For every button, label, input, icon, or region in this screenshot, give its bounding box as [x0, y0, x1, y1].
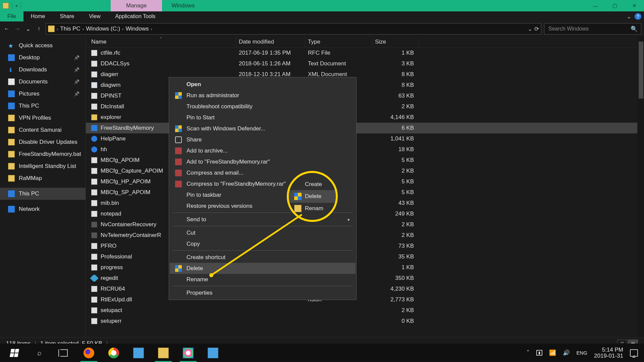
ribbon-collapse-icon[interactable]: ⌄ — [627, 13, 631, 20]
sidebar-item-network[interactable]: Network — [0, 203, 86, 215]
close-button[interactable]: ✕ — [625, 0, 644, 11]
address-dropdown-icon[interactable]: ⌄ — [528, 25, 532, 33]
battery-icon[interactable]: ▮ — [536, 350, 542, 356]
chevron-right-icon[interactable]: › — [122, 26, 123, 32]
help-icon[interactable]: ? — [635, 13, 641, 20]
column-date[interactable]: Date modified — [236, 36, 305, 47]
taskbar-photoviewer[interactable] — [126, 344, 151, 362]
ribbon-tab-apptools[interactable]: Application Tools — [108, 11, 163, 21]
separator — [172, 286, 353, 286]
table-row[interactable]: ctfile.rfc2017-06-19 1:35 PMRFC File1 KB — [86, 48, 644, 58]
ctxt-add-archive[interactable]: Add to archive... — [170, 145, 356, 156]
start-button[interactable] — [2, 344, 27, 362]
ctxt-rename[interactable]: Rename — [170, 274, 356, 285]
ctxt-pin-start[interactable]: Pin to Start — [170, 112, 356, 123]
language-indicator[interactable]: ENG — [577, 350, 588, 356]
breadcrumb-segment[interactable]: Windows (C:) — [86, 25, 120, 32]
file-size: 73 KB — [372, 243, 419, 249]
table-row[interactable]: setupact2 KB — [86, 305, 644, 316]
file-size: 1 KB — [372, 50, 419, 56]
table-row[interactable]: setuperr0 KB — [86, 316, 644, 326]
maximize-button[interactable]: ▢ — [605, 0, 625, 11]
chevron-right-icon[interactable]: › — [151, 26, 152, 32]
blank-icon — [175, 276, 182, 283]
search-input[interactable] — [548, 25, 629, 32]
action-center-icon[interactable] — [630, 349, 638, 357]
scrollbar-thumb[interactable] — [639, 42, 643, 99]
ctxt-cut[interactable]: Cut — [170, 227, 356, 238]
chevron-right-icon[interactable]: › — [83, 26, 84, 32]
breadcrumb-segment[interactable]: This PC — [60, 25, 80, 32]
taskbar-wordpad[interactable] — [201, 344, 225, 362]
sidebar-item-content-samurai[interactable]: Content Samurai — [0, 124, 86, 136]
taskbar-firefox[interactable] — [76, 344, 101, 362]
pictures-icon — [8, 90, 15, 97]
sidebar-item-intelligent[interactable]: Intelligent Standby List — [0, 160, 86, 172]
ctxt-create-shortcut[interactable]: Create shortcut — [170, 252, 356, 263]
ctxt-defender[interactable]: Scan with Windows Defender... — [170, 123, 356, 134]
volume-icon[interactable]: 🔊 — [563, 349, 570, 356]
column-name[interactable]: Name˄ — [89, 36, 236, 47]
address-bar[interactable]: › This PC › Windows (C:) › Windows › ⌄ ⟳ — [46, 23, 541, 35]
refresh-icon[interactable]: ⟳ — [534, 25, 539, 33]
file-name: setuperr — [101, 318, 121, 324]
qat-dropdown[interactable]: ▾ — [15, 3, 18, 8]
chevron-right-icon: ▸ — [348, 217, 350, 222]
share-icon — [175, 136, 182, 143]
sidebar-item-freestandby[interactable]: FreeStandbyMemory.bat — [0, 148, 86, 160]
taskbar-paint[interactable] — [176, 344, 201, 362]
ctxt-share[interactable]: Share — [170, 134, 356, 145]
file-type-icon — [91, 211, 97, 217]
sidebar-item-rammap[interactable]: RaMMap — [0, 172, 86, 184]
blank-icon — [175, 81, 182, 88]
sidebar-item-pictures[interactable]: Pictures — [0, 88, 86, 100]
file-name: MBCfg_Capture_APOIM — [101, 168, 163, 174]
sidebar-item-downloads[interactable]: ⬇Downloads — [0, 64, 86, 76]
search-box[interactable]: 🔍 — [544, 23, 641, 35]
taskbar-explorer[interactable] — [151, 344, 176, 362]
breadcrumb-segment[interactable]: Windows — [126, 25, 149, 32]
sidebar-item-this-pc-root[interactable]: This PC — [0, 188, 86, 200]
ribbon-tab-home[interactable]: Home — [23, 11, 53, 21]
sidebar-item-vpn[interactable]: VPN Profiles — [0, 112, 86, 124]
chevron-right-icon[interactable]: › — [57, 26, 58, 32]
file-type-icon — [91, 93, 97, 99]
ctxt-run-admin[interactable]: Run as administrator — [170, 90, 356, 101]
file-type-icon — [91, 297, 97, 303]
taskbar-chrome[interactable] — [101, 344, 126, 362]
sidebar-item-this-pc[interactable]: This PC — [0, 100, 86, 112]
column-size[interactable]: Size — [372, 36, 419, 47]
taskbar-taskview[interactable] — [52, 344, 76, 362]
sidebar-item-desktop[interactable]: Desktop — [0, 52, 86, 64]
tray-overflow-icon[interactable]: ˄ — [527, 349, 530, 356]
ctxt-copy[interactable]: Copy — [170, 238, 356, 249]
column-type[interactable]: Type — [305, 36, 372, 47]
sidebar-item-documents[interactable]: Documents — [0, 76, 86, 88]
search-icon[interactable]: 🔍 — [631, 25, 638, 33]
ribbon-tab-share[interactable]: Share — [52, 11, 82, 21]
ctxt-troubleshoot[interactable]: Troubleshoot compatibility — [170, 101, 356, 112]
wifi-icon[interactable]: 📶 — [549, 349, 556, 356]
file-type-icon — [91, 286, 97, 292]
ctxt-open[interactable]: Open — [170, 79, 356, 90]
minimize-button[interactable]: — — [586, 0, 605, 11]
clock[interactable]: 5:14 PM 2019-01-31 — [594, 347, 623, 359]
file-tab[interactable]: File — [0, 11, 23, 21]
recent-locations-dropdown[interactable]: ⌄ — [24, 25, 32, 33]
sidebar-item-quick-access[interactable]: ★Quick access — [0, 40, 86, 52]
forward-button[interactable]: → — [13, 25, 21, 33]
file-date: 2018-12-10 3:21 AM — [236, 71, 305, 78]
context-tab-manage[interactable]: Manage — [111, 0, 162, 11]
ctxt-delete[interactable]: Delete — [170, 263, 356, 274]
file-size: 1,041 KB — [372, 135, 419, 142]
ctxt-add-rar[interactable]: Add to "FreeStandbyMemory.rar" — [170, 156, 356, 167]
title-bar: ▾ Manage Windows — ▢ ✕ — [0, 0, 644, 11]
ribbon-tab-view[interactable]: View — [82, 11, 108, 21]
back-button[interactable]: ← — [3, 25, 11, 33]
scrollbar-track[interactable] — [637, 36, 644, 337]
up-button[interactable]: ↑ — [35, 25, 43, 33]
taskbar-search[interactable]: ⌕ — [27, 344, 52, 362]
sidebar-item-disable-driver[interactable]: Disable Driver Updates — [0, 136, 86, 148]
table-row[interactable]: DDACLSys2018-06-15 1:26 AMText Document3… — [86, 58, 644, 69]
ctxt-properties[interactable]: Properties — [170, 287, 356, 298]
